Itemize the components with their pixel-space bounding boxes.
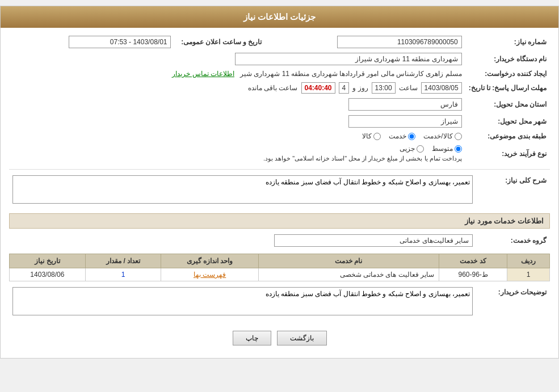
mohlat-rooz-value: 4 bbox=[339, 82, 350, 94]
tabe-cell: کالا/خدمت خدمت کالا bbox=[9, 130, 465, 142]
content-area: شماره نیاز: 1103096789000050 تاریخ و ساع… bbox=[1, 28, 558, 358]
cell-count: 1 bbox=[85, 268, 161, 281]
print-button[interactable]: چاپ bbox=[233, 331, 271, 345]
mohlat-cell: 1403/08/05 ساعت 13:00 روز و 4 04:40:40 س… bbox=[9, 80, 465, 96]
gorooh-row: گروه خدمت: سایر فعالیت‌های خدماتی bbox=[9, 232, 550, 249]
ijad-konande-cell: مسلم زاهری کارشناس مالی امور قراردادها ش… bbox=[9, 68, 465, 80]
mohlat-saat-value: 13:00 bbox=[372, 82, 396, 94]
nam-dastgah-value: شهرداری منطقه 11 شهرداری شیراز bbox=[235, 53, 462, 65]
shomara-niaz-cell: 1103096789000050 bbox=[265, 33, 465, 50]
col-name: نام خدمت bbox=[258, 254, 439, 268]
tozihat-label: توضیحات خریدار: bbox=[476, 285, 550, 319]
nooe-radio-motavasset[interactable] bbox=[455, 145, 462, 153]
tarikh-aalan-cell: 1403/08/01 - 07:53 bbox=[9, 33, 174, 50]
shahr-row: شهر محل تحویل: شیراز bbox=[9, 113, 550, 130]
ostan-row: استان محل تحویل: فارس bbox=[9, 96, 550, 113]
tabe-radio-kala[interactable] bbox=[373, 133, 381, 140]
ostan-value: فارس bbox=[348, 98, 462, 111]
nooe-label: نوع فرآیند خرید: bbox=[465, 142, 550, 165]
nooe-option-motavasset[interactable]: متوسط bbox=[432, 145, 462, 153]
shomara-niaz-row: شماره نیاز: 1103096789000050 تاریخ و ساع… bbox=[9, 33, 550, 50]
nam-dastgah-label: نام دستگاه خریدار: bbox=[465, 50, 550, 68]
sharh-label: شرح کلی نیاز: bbox=[476, 173, 550, 208]
table-row: 1ط-96-960سایر فعالیت های خدماتی شخصیفهرس… bbox=[10, 268, 550, 281]
tabe-radio-kala-khadamat[interactable] bbox=[455, 133, 462, 140]
services-tbody: 1ط-96-960سایر فعالیت های خدماتی شخصیفهرس… bbox=[10, 268, 550, 281]
nam-dastgah-cell: شهرداری منطقه 11 شهرداری شیراز bbox=[9, 50, 465, 68]
tarikh-aalan-value: 1403/08/01 - 07:53 bbox=[69, 36, 171, 48]
tabe-option-khadamat[interactable]: خدمت bbox=[389, 132, 415, 140]
ijad-konande-row: ایجاد کننده درخواست: مسلم زاهری کارشناس … bbox=[9, 68, 550, 80]
sharh-row: شرح کلی نیاز: bbox=[9, 173, 550, 208]
col-count: تعداد / مقدار bbox=[85, 254, 161, 268]
mohlat-date-row: 1403/08/05 ساعت 13:00 روز و 4 04:40:40 س… bbox=[12, 82, 462, 94]
mohlat-baqi-label: ساعت باقی مانده bbox=[248, 84, 298, 92]
tabe-radio-khadamat[interactable] bbox=[408, 133, 415, 140]
shahr-value: شیراز bbox=[348, 115, 462, 128]
col-unit: واحد اندازه گیری bbox=[161, 254, 258, 268]
tabe-option-kala-khadamat[interactable]: کالا/خدمت bbox=[423, 132, 461, 140]
cell-unit: فهرست بها bbox=[161, 268, 258, 281]
nooe-radio-jozii[interactable] bbox=[417, 145, 424, 153]
ijad-konande-label: ایجاد کننده درخواست: bbox=[465, 68, 550, 80]
tozihat-row: توضیحات خریدار: bbox=[9, 285, 550, 319]
tabe-radio-group: کالا/خدمت خدمت کالا bbox=[12, 132, 462, 140]
tozihat-textarea bbox=[12, 287, 473, 315]
services-thead: ردیف کد خدمت نام خدمت واحد اندازه گیری ت… bbox=[10, 254, 550, 268]
cell-radif: 1 bbox=[507, 268, 550, 281]
nooe-note: پرداخت تمام یا بخشی از مبلغ خریدار از مح… bbox=[12, 155, 462, 162]
khadamat-header: اطلاعات خدمات مورد نیاز bbox=[9, 213, 550, 229]
cell-date: 1403/08/06 bbox=[10, 268, 86, 281]
ijad-konande-value: مسلم زاهری کارشناس مالی امور قراردادها ش… bbox=[240, 70, 462, 78]
sharh-textarea bbox=[12, 175, 473, 204]
col-radif: ردیف bbox=[507, 254, 550, 268]
shahr-cell: شیراز bbox=[9, 113, 465, 130]
gorooh-label: گروه خدمت: bbox=[476, 232, 550, 249]
gorooh-cell: سایر فعالیت‌های خدماتی bbox=[9, 232, 476, 249]
sharh-cell bbox=[9, 173, 476, 208]
services-header-row: ردیف کد خدمت نام خدمت واحد اندازه گیری ت… bbox=[10, 254, 550, 268]
mohlat-baqi-value: 04:40:40 bbox=[301, 82, 335, 94]
cell-code: ط-96-960 bbox=[439, 268, 507, 281]
mohlat-saat-label: ساعت bbox=[399, 84, 418, 92]
nooe-option-jozii[interactable]: جزیی bbox=[400, 145, 424, 153]
tabe-row: طبقه بندی موضوعی: کالا/خدمت خدمت bbox=[9, 130, 550, 142]
tozihat-table: توضیحات خریدار: bbox=[9, 285, 550, 319]
tozihat-cell bbox=[9, 285, 476, 319]
col-code: کد خدمت bbox=[439, 254, 507, 268]
services-table: ردیف کد خدمت نام خدمت واحد اندازه گیری ت… bbox=[9, 254, 550, 281]
page-header: جزئیات اطلاعات نیاز bbox=[1, 6, 558, 28]
mohlat-row: مهلت ارسال پاسخ: تا تاریخ: 1403/08/05 سا… bbox=[9, 80, 550, 96]
shomara-niaz-label: شماره نیاز: bbox=[465, 33, 550, 50]
tabe-label: طبقه بندی موضوعی: bbox=[465, 130, 550, 142]
nam-dastgah-row: نام دستگاه خریدار: شهرداری منطقه 11 شهرد… bbox=[9, 50, 550, 68]
mohlat-rooz-label: روز و bbox=[352, 84, 368, 92]
gorooh-table: گروه خدمت: سایر فعالیت‌های خدماتی bbox=[9, 232, 550, 249]
ostan-label: استان محل تحویل: bbox=[465, 96, 550, 113]
gorooh-value: سایر فعالیت‌های خدماتی bbox=[274, 234, 473, 247]
page-title: جزئیات اطلاعات نیاز bbox=[243, 12, 316, 22]
nooe-row: نوع فرآیند خرید: متوسط جزیی پرداخت تمام … bbox=[9, 142, 550, 165]
page-wrapper: جزئیات اطلاعات نیاز شماره نیاز: 11030967… bbox=[0, 6, 559, 359]
mohlat-label: مهلت ارسال پاسخ: تا تاریخ: bbox=[465, 80, 550, 96]
tarikh-aalan-label: تاریخ و ساعت اعلان عمومی: bbox=[174, 33, 265, 50]
ijad-konande-link[interactable]: اطلاعات تماس خریدار bbox=[172, 70, 234, 78]
shahr-label: شهر محل تحویل: bbox=[465, 113, 550, 130]
info-table: شماره نیاز: 1103096789000050 تاریخ و ساع… bbox=[9, 33, 550, 165]
tabe-option-kala[interactable]: کالا bbox=[362, 132, 381, 140]
cell-name: سایر فعالیت های خدماتی شخصی bbox=[258, 268, 439, 281]
nooe-radio-group: متوسط جزیی bbox=[12, 145, 462, 153]
divider-1 bbox=[9, 169, 550, 170]
nooe-cell: متوسط جزیی پرداخت تمام یا بخشی از مبلغ خ… bbox=[9, 142, 465, 165]
mohlat-date-value: 1403/08/05 bbox=[421, 82, 462, 94]
ostan-cell: فارس bbox=[9, 96, 465, 113]
col-date: تاریخ نیاز bbox=[10, 254, 86, 268]
shomara-niaz-value: 1103096789000050 bbox=[337, 36, 462, 48]
buttons-row: بازگشت چاپ bbox=[9, 324, 550, 352]
back-button[interactable]: بازگشت bbox=[277, 331, 327, 345]
sharh-table: شرح کلی نیاز: bbox=[9, 173, 550, 208]
